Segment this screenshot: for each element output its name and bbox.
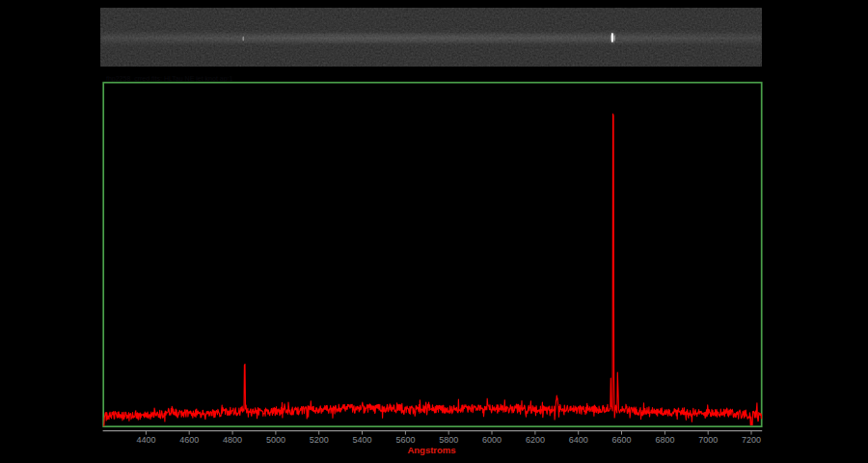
svg-text:4600: 4600	[179, 435, 199, 445]
svg-text:5200: 5200	[310, 435, 329, 445]
svg-text:6600: 6600	[611, 435, 631, 445]
svg-text:4400: 4400	[136, 435, 155, 445]
svg-text:7200: 7200	[742, 435, 761, 445]
svg-text:5800: 5800	[439, 435, 458, 445]
svg-text:5600: 5600	[395, 435, 415, 445]
svg-text:5400: 5400	[352, 435, 371, 445]
svg-text:5000: 5000	[266, 435, 285, 445]
svg-text:6200: 6200	[526, 435, 545, 445]
svg-text:6400: 6400	[569, 435, 588, 445]
svg-text:6000: 6000	[482, 435, 502, 445]
svg-text:4800: 4800	[223, 435, 242, 445]
svg-text:7000: 7000	[698, 435, 718, 445]
svg-text:6800: 6800	[655, 435, 674, 445]
svg-text:Angstroms: Angstroms	[407, 445, 455, 455]
